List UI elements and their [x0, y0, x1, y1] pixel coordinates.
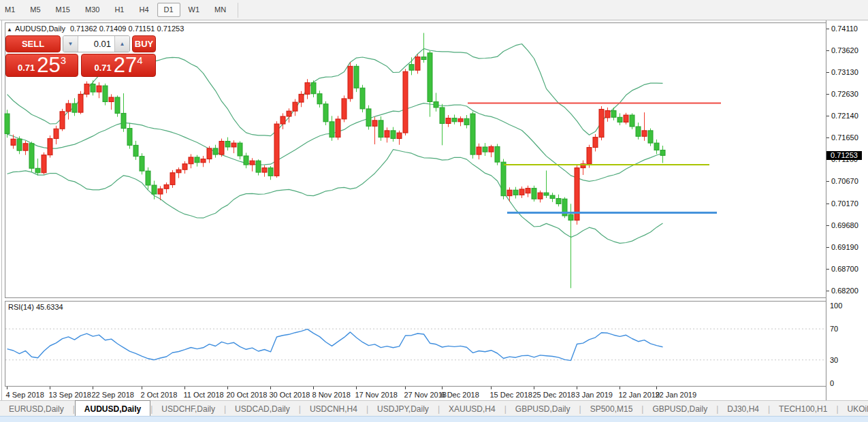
- chart-tab-GBPUSD-Daily[interactable]: GBPUSD,Daily: [507, 401, 579, 417]
- price-tick: [826, 247, 829, 248]
- sell-price-point: 3: [61, 55, 66, 65]
- current-price-tag: 0.71253: [826, 151, 862, 160]
- chart-tab-USDCAD-Daily[interactable]: USDCAD,Daily: [226, 401, 299, 417]
- date-label: 6 Dec 2018: [441, 391, 479, 399]
- timeframe-button-D1[interactable]: D1: [157, 3, 180, 17]
- timeframe-button-M30[interactable]: M30: [78, 3, 106, 17]
- price-tick: [826, 29, 829, 29]
- price-tick: [826, 137, 829, 138]
- timeframe-button-W1[interactable]: W1: [182, 3, 207, 17]
- price-tick: [826, 269, 829, 270]
- price-tick-label: 0.72630: [831, 90, 858, 98]
- chart-tabs-bar: EURUSD,Daily|AUDUSD,Daily|USDCHF,Daily|U…: [0, 400, 868, 417]
- timeframe-toolbar: M1M5M15M30H1H4D1W1MN: [0, 0, 868, 20]
- price-tick-label: 0.68200: [831, 287, 858, 295]
- chart-tab-DJ30-H4[interactable]: DJ30,H4: [718, 401, 768, 417]
- date-label: 3 Jan 2019: [576, 391, 613, 399]
- price-tick-label: 0.74110: [831, 25, 858, 33]
- timeframe-button-M15[interactable]: M15: [49, 3, 77, 17]
- chart-tab-USDCNH-H4[interactable]: USDCNH,H4: [301, 401, 366, 417]
- price-tick: [826, 72, 829, 73]
- buy-price-pips: 27: [114, 56, 137, 74]
- date-label: 4 Sep 2018: [6, 391, 44, 399]
- price-tick-label: 0.71650: [831, 133, 858, 142]
- date-label: 12 Jan 2019: [619, 391, 660, 399]
- price-tick: [826, 116, 829, 116]
- price-tick: [826, 291, 829, 291]
- buy-button[interactable]: BUY: [132, 35, 156, 52]
- chart-tab-UKOil-H1[interactable]: UKOil,H1: [839, 401, 868, 417]
- sell-price-button[interactable]: 0.71 25 3: [5, 54, 78, 77]
- timeframe-button-H4[interactable]: H4: [132, 3, 155, 17]
- price-tick: [826, 225, 829, 226]
- price-tick: [826, 204, 829, 204]
- price-tick: [826, 50, 829, 51]
- chart-symbol-label: AUDUSD,Daily: [15, 25, 65, 33]
- mt4-terminal-window: M1M5M15M30H1H4D1W1MN ▲AUDUSD,Daily0.7136…: [0, 0, 868, 422]
- timeframe-button-MN[interactable]: MN: [208, 3, 233, 17]
- date-label: 17 Nov 2018: [355, 391, 398, 399]
- chart-tab-TECH100-H1[interactable]: TECH100,H1: [770, 401, 836, 417]
- rsi-level-label: 70: [830, 325, 838, 333]
- chart-tab-SP500-M15[interactable]: SP500,M15: [581, 401, 642, 417]
- date-label: 22 Jan 2019: [656, 391, 697, 399]
- date-label: 20 Oct 2018: [227, 391, 268, 399]
- date-label: 2 Oct 2018: [141, 391, 178, 399]
- price-tick-label: 0.70670: [831, 177, 858, 185]
- buy-price-button[interactable]: 0.71 27 4: [81, 54, 156, 77]
- chart-tab-XAUUSD-H4[interactable]: XAUUSD,H4: [440, 401, 504, 417]
- volume-field[interactable]: 0.01: [78, 36, 114, 52]
- volume-stepper: ▼ 0.01 ▲: [63, 35, 130, 52]
- rsi-level-label: 30: [830, 356, 838, 364]
- date-label: 30 Oct 2018: [270, 391, 310, 399]
- one-click-trading-panel: SELL ▼ 0.01 ▲ BUY 0.71 25 3 0.71 27 4: [5, 35, 156, 77]
- chart-tab-EURUSD-Daily[interactable]: EURUSD,Daily: [0, 401, 73, 417]
- price-tick-label: 0.69190: [831, 243, 858, 251]
- price-axis[interactable]: 0.71253 0.741100.736200.731300.726300.72…: [826, 20, 868, 400]
- chart-tab-USDJPY-Daily[interactable]: USDJPY,Daily: [368, 401, 438, 417]
- sell-button[interactable]: SELL: [5, 35, 61, 52]
- chart-expand-icon[interactable]: ▲: [7, 27, 12, 33]
- timeframe-button-M1[interactable]: M1: [0, 3, 22, 17]
- chart-tab-USDCHF-Daily[interactable]: USDCHF,Daily: [152, 401, 224, 417]
- date-label: 11 Oct 2018: [184, 391, 224, 399]
- volume-increase-button[interactable]: ▲: [114, 36, 129, 52]
- toolbar-separator: [238, 3, 238, 18]
- date-label: 22 Sep 2018: [92, 391, 134, 399]
- price-tick-label: 0.73620: [831, 46, 858, 54]
- chart-tab-AUDUSD-Daily[interactable]: AUDUSD,Daily: [75, 400, 150, 417]
- price-tick-label: 0.73130: [831, 68, 858, 76]
- date-label: 8 Nov 2018: [312, 391, 351, 399]
- price-tick: [826, 181, 829, 182]
- sell-price-pips: 25: [37, 56, 60, 74]
- price-tick: [826, 94, 829, 95]
- chart-ohlc-values: 0.71362 0.71409 0.71151 0.71253: [70, 25, 184, 33]
- volume-decrease-button[interactable]: ▼: [63, 36, 78, 52]
- buy-price-point: 4: [137, 55, 142, 65]
- chart-title: ▲AUDUSD,Daily0.71362 0.71409 0.71151 0.7…: [7, 25, 184, 33]
- price-tick-label: 0.68700: [831, 265, 858, 273]
- rsi-indicator-label: RSI(14) 45.6334: [8, 303, 63, 311]
- timeframe-button-H1[interactable]: H1: [108, 3, 131, 17]
- price-tick-label: 0.70170: [831, 199, 858, 208]
- timeframe-button-M5[interactable]: M5: [23, 3, 47, 17]
- date-label: 25 Dec 2018: [533, 391, 575, 399]
- sell-price-prefix: 0.71: [18, 63, 35, 73]
- price-tick-label: 0.69680: [831, 221, 858, 229]
- price-tick-label: 0.72140: [831, 112, 858, 120]
- status-strip: [0, 416, 868, 422]
- time-axis[interactable]: 4 Sep 201813 Sep 201822 Sep 20182 Oct 20…: [0, 391, 826, 400]
- date-label: 13 Sep 2018: [49, 391, 91, 399]
- chart-tab-GBPUSD-Daily[interactable]: GBPUSD,Daily: [643, 401, 716, 417]
- rsi-level-label: 100: [830, 302, 842, 310]
- buy-price-prefix: 0.71: [94, 63, 111, 73]
- date-label: 15 Dec 2018: [490, 391, 532, 399]
- rsi-level-label: 0: [830, 379, 834, 387]
